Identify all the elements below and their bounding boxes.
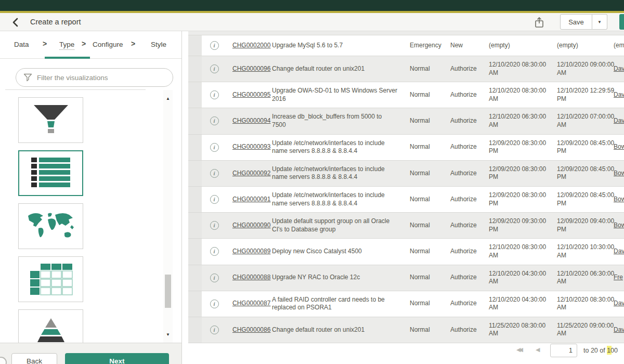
record-number-link[interactable]: CHG0000086 [232,326,270,333]
info-icon[interactable]: i [210,221,219,230]
scroll-down-icon[interactable]: ▼ [163,330,173,339]
info-icon[interactable]: i [210,90,219,99]
record-number-link[interactable]: CHG0000094 [232,117,270,124]
page-number-input[interactable] [550,344,577,357]
table-row: i CHG0000096 Change default router on un… [188,56,624,82]
row-gutter [188,35,202,56]
planned-start-date: 12/09/2020 08:30:00PM [484,135,552,160]
step-style[interactable]: Style [151,41,166,48]
assigned-to: Bow [609,138,624,156]
priority-value: Normal [405,269,445,287]
record-number-link[interactable]: CHG0000088 [232,274,270,281]
filter-input[interactable] [37,74,166,82]
assigned-to: Dav [609,243,624,261]
clipped-row-sliver [188,31,624,35]
back-button[interactable]: Back [11,353,57,364]
row-gutter [188,135,202,160]
wizard-steps: Data > Type > Configure > Style [0,31,181,59]
planned-start-date: 11/25/2020 08:30:00AM [484,317,552,343]
info-icon[interactable]: i [210,116,219,125]
record-number-link[interactable]: CHG0000092 [232,170,270,177]
step-data[interactable]: Data [14,41,29,48]
step-chevron-icon: > [82,40,86,48]
viz-option-funnel[interactable] [18,97,83,143]
viz-option-pyramid[interactable] [18,309,83,343]
table-row: i CHG0000091 Update /etc/network/interfa… [188,187,624,213]
planned-end-date: 12/10/2020 12:29:59PM [552,82,609,108]
app-header: Create a report Save ▼ [0,13,624,31]
previous-page-icon[interactable]: ◀ [536,346,540,353]
step-configure[interactable]: Configure [93,41,123,48]
short-description: Update default support group on all Orac… [271,213,405,238]
row-gutter [188,213,202,238]
short-description: Update /etc/network/interfaces to includ… [271,187,405,212]
save-caret-down-icon[interactable]: ▼ [592,14,607,30]
record-number-link[interactable]: CHG0000090 [232,222,270,229]
filter-funnel-icon [23,73,32,82]
step-chevron-icon: > [43,40,47,48]
panel-scrollbar[interactable]: ▲ ▼ [163,90,173,343]
save-split-button: Save ▼ [560,14,607,30]
table-row: i CHG0000090 Update default support grou… [188,213,624,239]
row-range-text: to 20 of 100 [583,347,618,354]
row-gutter [188,265,202,291]
scroll-up-icon[interactable]: ▲ [163,94,173,102]
short-description: Upgrade OWA-SD-01 to MS Windows Server 2… [271,82,405,108]
planned-start-date: 12/10/2020 08:30:00AM [484,239,552,264]
record-number-link[interactable]: CHG0000091 [232,196,270,203]
planned-end-date: 12/10/2020 08:30:00AM [552,291,609,317]
short-description: Update /etc/network/interfaces to includ… [271,161,405,186]
table-row: i CHG0000086 Change default router on un… [188,317,624,343]
info-icon[interactable]: i [210,195,219,204]
assigned-to: Dav [609,112,624,130]
record-number-link[interactable]: CHG0000095 [232,91,270,98]
info-icon[interactable]: i [210,274,219,282]
run-button-edge[interactable] [619,14,624,30]
info-icon[interactable]: i [210,247,219,256]
help-bubble-edge[interactable] [0,357,7,364]
planned-start-date: 12/09/2020 08:30:00PM [484,187,552,212]
planned-end-date: 12/10/2020 09:00:00AM [552,56,609,82]
info-icon[interactable]: i [210,300,219,308]
record-number-link[interactable]: CHG0000089 [232,248,270,255]
wizard-footer: Back Next [0,343,181,364]
short-description: A failed RAID controller card needs to b… [271,291,405,317]
state-value: Authorize [445,295,484,313]
table-row: i CHG0000095 Upgrade OWA-SD-01 to MS Win… [188,82,624,108]
save-button[interactable]: Save [560,14,592,30]
assigned-to: Dav [609,295,624,313]
planned-end-date: 12/09/2020 09:40:00PM [552,213,609,238]
state-value: Authorize [445,321,484,339]
viz-option-heatmap-table[interactable] [18,256,83,302]
step-type[interactable]: Type [59,41,74,50]
record-number-link[interactable]: CHG0000093 [232,143,270,150]
priority-value: Normal [405,112,445,130]
priority-value: Normal [405,321,445,339]
record-number-link[interactable]: CHG0000087 [232,300,270,307]
share-icon[interactable] [534,16,547,29]
back-icon[interactable] [10,16,23,29]
state-value: Authorize [445,60,484,78]
info-icon[interactable]: i [210,41,219,50]
assigned-to: Fre [609,269,624,287]
short-description: Upgrade NY RAC to Oracle 12c [271,269,405,287]
planned-start-date: (empty) [484,37,552,55]
priority-value: Normal [405,295,445,313]
planned-end-date: 12/10/2020 06:30:00AM [552,265,609,291]
first-page-icon[interactable]: ◀◀ [516,346,521,353]
next-button[interactable]: Next [65,353,169,364]
viz-option-bar-list[interactable] [18,150,83,196]
short-description: Change default router on unix201 [271,60,405,78]
info-icon[interactable]: i [210,143,219,152]
info-icon[interactable]: i [210,169,219,178]
info-icon[interactable]: i [210,326,219,334]
row-gutter [188,161,202,186]
scrollbar-thumb[interactable] [165,275,171,308]
state-value: Authorize [445,86,484,104]
pyramid-chart-icon [28,317,74,343]
priority-value: Normal [405,165,445,183]
record-number-link[interactable]: CHG0000096 [232,65,270,72]
info-icon[interactable]: i [210,64,219,73]
record-number-link[interactable]: CHG0002000 [232,42,270,49]
viz-option-world-map[interactable] [18,203,83,249]
